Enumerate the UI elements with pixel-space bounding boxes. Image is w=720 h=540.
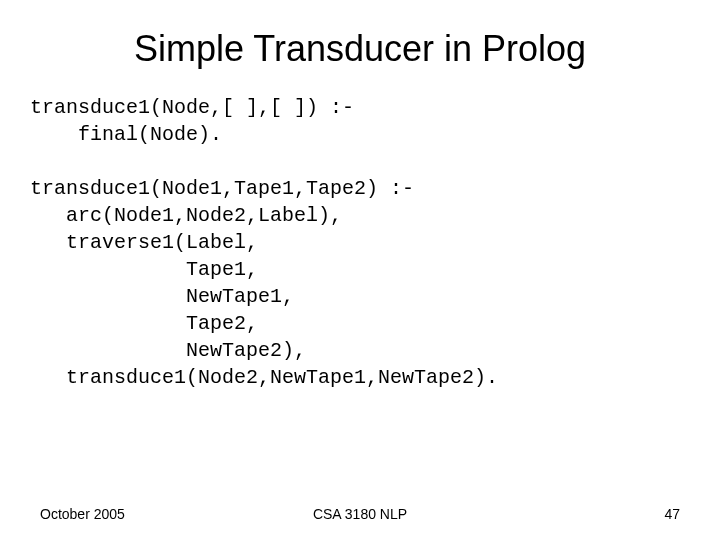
slide: Simple Transducer in Prolog transduce1(N… <box>0 0 720 540</box>
footer-date: October 2005 <box>40 506 125 522</box>
code-block: transduce1(Node,[ ],[ ]) :- final(Node).… <box>30 94 680 391</box>
slide-title: Simple Transducer in Prolog <box>40 28 680 70</box>
footer: October 2005 CSA 3180 NLP 47 <box>40 506 680 522</box>
footer-course: CSA 3180 NLP <box>40 506 680 522</box>
footer-page-number: 47 <box>664 506 680 522</box>
